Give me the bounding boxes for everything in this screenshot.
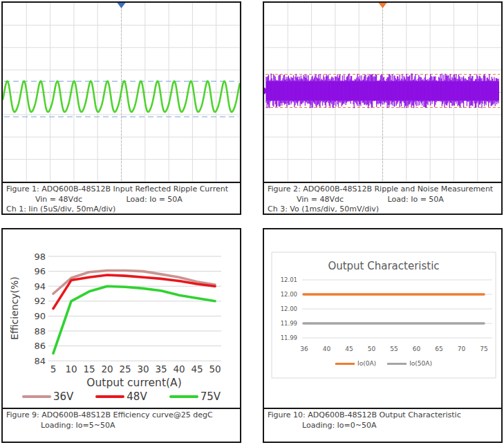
legend-label-48v: 48V: [127, 390, 147, 403]
legend-label-io0a: Io(0A): [357, 360, 376, 367]
svg-text:36: 36: [300, 345, 308, 352]
figure2-caption: Figure 2: ADQ600B-48S12B Ripple and Nois…: [264, 182, 501, 215]
legend-label-36v: 36V: [53, 390, 73, 403]
svg-text:12.00: 12.00: [281, 305, 297, 312]
legend-item-36v: 36V: [22, 390, 73, 403]
svg-text:20: 20: [101, 363, 113, 375]
svg-text:40: 40: [323, 345, 331, 352]
legend-item-75v: 75V: [169, 390, 221, 403]
legend-item-io0a: Io(0A): [335, 360, 376, 367]
figure1-load-value: Load: Io = 50A: [127, 195, 183, 204]
figure9-loading: Loading: Io=5~50A: [41, 421, 236, 431]
svg-text:50: 50: [368, 345, 376, 352]
output-characteristic-chart: 12.0112.0012.0011.9911.99364045505560657…: [264, 229, 501, 408]
figure2-panel: 3 Figure 2: ADQ600B-48S12B Ripple and No…: [263, 1, 503, 215]
svg-text:75: 75: [480, 345, 487, 352]
svg-text:84: 84: [34, 356, 46, 366]
svg-text:35: 35: [155, 363, 167, 375]
figure10-title: Figure 10: ADQ600B-48S12B Output Charact…: [268, 410, 498, 421]
svg-text:5: 5: [50, 363, 57, 375]
figure2-conditions: Vin = 48Vdc Load: Io = 50A: [268, 195, 498, 205]
svg-text:70: 70: [458, 345, 466, 352]
figure2-vin-value: Vin = 48Vdc: [297, 195, 344, 204]
svg-text:88: 88: [34, 326, 46, 337]
svg-text:55: 55: [390, 345, 398, 352]
figure9-caption: Figure 9: ADQ600B-48S12B Efficiency curv…: [3, 408, 240, 430]
svg-text:11.99: 11.99: [281, 320, 297, 327]
legend-label-io50a: Io(50A): [409, 360, 432, 367]
svg-text:40: 40: [173, 363, 185, 375]
svg-text:Efficiency(%): Efficiency(%): [9, 276, 20, 340]
figure2-title: Figure 2: ADQ600B-48S12B Ripple and Nois…: [268, 184, 498, 195]
legend-item-io50a: Io(50A): [387, 360, 432, 367]
figure1-panel: Figure 1: ADQ600B-48S12B Input Reflected…: [1, 1, 241, 215]
svg-text:11.99: 11.99: [281, 334, 297, 341]
svg-text:15: 15: [83, 363, 95, 375]
svg-text:90: 90: [34, 311, 46, 321]
svg-text:45: 45: [191, 363, 203, 375]
legend-swatch-48v: [95, 395, 124, 399]
figure1-conditions: Vin = 48Vdc Load: Io = 50A: [6, 195, 236, 205]
svg-text:Output current(A): Output current(A): [86, 377, 181, 389]
figure1-title: Figure 1: ADQ600B-48S12B Input Reflected…: [6, 184, 236, 195]
svg-text:98: 98: [34, 252, 46, 262]
svg-text:10: 10: [65, 363, 77, 375]
svg-text:96: 96: [34, 266, 46, 276]
legend-label-75v: 75V: [200, 390, 221, 403]
svg-text:30: 30: [137, 363, 149, 375]
svg-text:92: 92: [34, 296, 46, 306]
legend-item-48v: 48V: [95, 390, 147, 403]
figure10-loading: Loading: Io=0~50A: [302, 421, 498, 431]
figure1-scope-area: [3, 3, 240, 182]
figure2-channel-settings: Ch 3: Vo (1ms/div, 50mV/div): [268, 205, 498, 215]
svg-text:25: 25: [119, 363, 131, 375]
svg-text:60: 60: [413, 345, 421, 352]
svg-text:50: 50: [209, 363, 221, 375]
output-characteristic-chart-area: 12.0112.0012.0011.9911.99364045505560657…: [264, 229, 501, 408]
figure1-channel-settings: Ch 1: Iin (5uS/div, 50mA/div): [6, 205, 236, 215]
svg-text:45: 45: [345, 345, 353, 352]
svg-text:86: 86: [34, 341, 46, 351]
figure9-title: Figure 9: ADQ600B-48S12B Efficiency curv…: [6, 410, 236, 421]
figure1-caption: Figure 1: ADQ600B-48S12B Input Reflected…: [3, 182, 240, 215]
legend-swatch-75v: [169, 395, 198, 399]
figure10-panel: 12.0112.0012.0011.9911.99364045505560657…: [263, 228, 503, 443]
efficiency-chart-area: 84868890929496985101520253035404550Outpu…: [3, 229, 240, 408]
output-chart-legend: Io(0A) Io(50A): [272, 360, 496, 367]
svg-text:65: 65: [435, 345, 442, 352]
figure10-caption: Figure 10: ADQ600B-48S12B Output Charact…: [264, 408, 501, 430]
figure9-panel: 84868890929496985101520253035404550Outpu…: [1, 228, 241, 443]
svg-text:12.00: 12.00: [281, 291, 297, 298]
figure2-scope-area: 3: [264, 3, 501, 182]
svg-text:3: 3: [266, 82, 270, 88]
output-chart-title: Output Characteristic: [272, 260, 496, 272]
figure2-load-value: Load: Io = 50A: [388, 195, 444, 204]
oscilloscope-display-ch1: [3, 3, 240, 182]
svg-text:12.01: 12.01: [281, 276, 297, 283]
efficiency-legend: 36V 48V 75V: [3, 390, 240, 403]
legend-swatch-io50a: [387, 363, 407, 365]
efficiency-chart: 84868890929496985101520253035404550Outpu…: [3, 229, 240, 408]
oscilloscope-display-ch3: 3: [264, 3, 501, 182]
figure1-vin-value: Vin = 48Vdc: [35, 195, 82, 204]
svg-text:94: 94: [34, 281, 46, 292]
legend-swatch-36v: [22, 395, 51, 399]
legend-swatch-io0a: [335, 363, 355, 365]
